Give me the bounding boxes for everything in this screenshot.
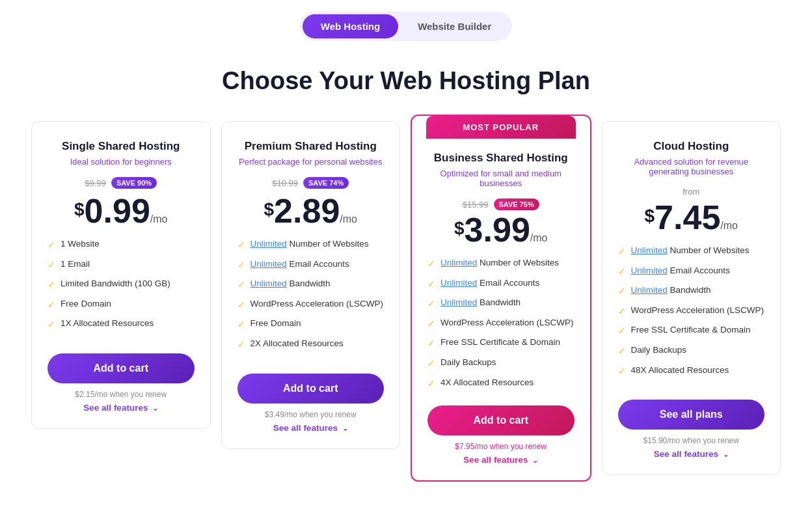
plan-name: Premium Shared Hosting	[237, 140, 385, 153]
cta-button-single[interactable]: Add to cart	[47, 353, 195, 383]
check-icon: ✓	[618, 245, 626, 258]
feature-item: ✓48X Allocated Resources	[618, 364, 765, 378]
feature-link[interactable]: Unlimited	[250, 259, 287, 269]
tab-web-hosting[interactable]: Web Hosting	[303, 14, 398, 38]
cta-button-premium[interactable]: Add to cart	[237, 374, 385, 404]
check-icon: ✓	[618, 365, 626, 378]
plan-card-premium: Premium Shared HostingPerfect package fo…	[221, 121, 401, 449]
check-icon: ✓	[427, 357, 435, 370]
current-price: $7.45/mo	[618, 200, 765, 234]
feature-item: ✓Unlimited Number of Websites	[427, 257, 575, 271]
check-icon: ✓	[237, 259, 245, 272]
feature-link[interactable]: Unlimited	[440, 278, 477, 288]
renew-price: $7.95/mo when you renew	[427, 442, 575, 451]
check-icon: ✓	[427, 297, 435, 310]
feature-item: ✓Unlimited Bandwidth	[237, 278, 385, 292]
feature-item: ✓1 Email	[47, 258, 195, 272]
plan-name: Single Shared Hosting	[47, 140, 195, 153]
current-price: $3.99/mo	[427, 213, 575, 247]
check-icon: ✓	[47, 299, 55, 312]
features-list: ✓Unlimited Number of Websites ✓Unlimited…	[427, 257, 575, 390]
feature-item: ✓1X Allocated Resources	[47, 318, 195, 331]
check-icon: ✓	[237, 279, 245, 292]
plans-container: Single Shared HostingIdeal solution for …	[0, 115, 812, 488]
save-badge: SAVE 75%	[494, 199, 539, 210]
feature-item: ✓Free Domain	[237, 318, 385, 331]
feature-link[interactable]: Unlimited	[631, 266, 668, 275]
feature-item: ✓Unlimited Number of Websites	[618, 245, 765, 258]
renew-price: $2.15/mo when you renew	[47, 390, 195, 399]
check-icon: ✓	[237, 239, 245, 252]
original-price: $9.99	[85, 178, 106, 188]
features-list: ✓1 Website ✓1 Email ✓Limited Bandwidth (…	[47, 238, 195, 338]
feature-item: ✓Free SSL Certificate & Domain	[618, 324, 765, 338]
renew-price: $3.49/mo when you renew	[237, 410, 385, 419]
feature-link[interactable]: Unlimited	[440, 297, 477, 307]
check-icon: ✓	[618, 305, 626, 318]
feature-link[interactable]: Unlimited	[250, 279, 287, 288]
feature-item: ✓1 Website	[47, 238, 195, 252]
chevron-icon: ⌄	[342, 424, 348, 433]
features-list: ✓Unlimited Number of Websites ✓Unlimited…	[237, 238, 385, 358]
check-icon: ✓	[47, 279, 55, 292]
save-badge: SAVE 90%	[111, 177, 157, 189]
see-features-link-single[interactable]: See all features ⌄	[47, 403, 195, 413]
current-price: $0.99/mo	[47, 194, 195, 228]
feature-item: ✓2X Allocated Resources	[237, 338, 385, 351]
feature-item: ✓Free Domain	[47, 298, 195, 312]
feature-item: ✓WordPress Acceleration (LSCWP)	[427, 317, 575, 331]
feature-item: ✓WordPress Acceleration (LSCWP)	[618, 305, 765, 318]
feature-item: ✓Daily Backups	[427, 357, 575, 370]
chevron-icon: ⌄	[723, 450, 729, 459]
original-price: $10.99	[272, 178, 298, 188]
save-badge: SAVE 74%	[303, 177, 349, 189]
feature-item: ✓Limited Bandwidth (100 GB)	[47, 278, 195, 292]
page-title: Choose Your Web Hosting Plan	[0, 67, 812, 95]
tab-website-builder[interactable]: Website Builder	[399, 14, 509, 38]
check-icon: ✓	[237, 318, 245, 331]
check-icon: ✓	[427, 278, 435, 291]
feature-item: ✓Unlimited Email Accounts	[427, 277, 575, 291]
check-icon: ✓	[427, 258, 435, 271]
plan-card-single: Single Shared HostingIdeal solution for …	[31, 121, 211, 429]
check-icon: ✓	[427, 377, 435, 391]
cta-button-business[interactable]: Add to cart	[427, 405, 575, 435]
feature-item: ✓4X Allocated Resources	[427, 377, 575, 391]
plan-card-business: MOST POPULARBusiness Shared HostingOptim…	[411, 115, 591, 482]
plan-tagline: Optimized for small and medium businesse…	[427, 169, 575, 188]
current-price: $2.89/mo	[237, 194, 385, 228]
feature-item: ✓Unlimited Email Accounts	[618, 265, 765, 279]
check-icon: ✓	[618, 345, 626, 358]
chevron-icon: ⌄	[532, 456, 538, 465]
feature-item: ✓Unlimited Number of Websites	[237, 238, 385, 252]
feature-item: ✓Free SSL Certificate & Domain	[427, 336, 575, 350]
original-price: $15.99	[463, 200, 489, 210]
cta-button-cloud[interactable]: See all plans	[618, 400, 765, 430]
renew-price: $15.90/mo when you renew	[618, 436, 765, 445]
features-list: ✓Unlimited Number of Websites ✓Unlimited…	[618, 245, 765, 384]
chevron-icon: ⌄	[152, 404, 158, 413]
plan-tagline: Advanced solution for revenue generating…	[618, 157, 765, 176]
feature-link[interactable]: Unlimited	[250, 239, 287, 249]
feature-item: ✓Unlimited Bandwidth	[427, 297, 575, 310]
feature-link[interactable]: Unlimited	[631, 245, 668, 255]
top-nav: Web Hosting Website Builder	[0, 0, 812, 48]
check-icon: ✓	[618, 266, 626, 279]
see-features-link-premium[interactable]: See all features ⌄	[237, 423, 385, 433]
popular-badge: MOST POPULAR	[426, 116, 576, 139]
see-features-link-business[interactable]: See all features ⌄	[427, 455, 575, 465]
check-icon: ✓	[47, 259, 55, 272]
feature-link[interactable]: Unlimited	[631, 285, 668, 295]
check-icon: ✓	[237, 338, 245, 351]
from-label: from	[618, 187, 765, 197]
feature-link[interactable]: Unlimited	[440, 258, 477, 267]
check-icon: ✓	[618, 325, 626, 338]
plan-name: Business Shared Hosting	[427, 152, 575, 165]
plan-tagline: Perfect package for personal websites	[237, 157, 385, 167]
feature-item: ✓Daily Backups	[618, 344, 765, 358]
see-features-link-cloud[interactable]: See all features ⌄	[618, 449, 765, 459]
check-icon: ✓	[47, 318, 55, 331]
tab-switcher: Web Hosting Website Builder	[300, 12, 512, 41]
check-icon: ✓	[618, 285, 626, 298]
plan-tagline: Ideal solution for beginners	[47, 157, 195, 167]
